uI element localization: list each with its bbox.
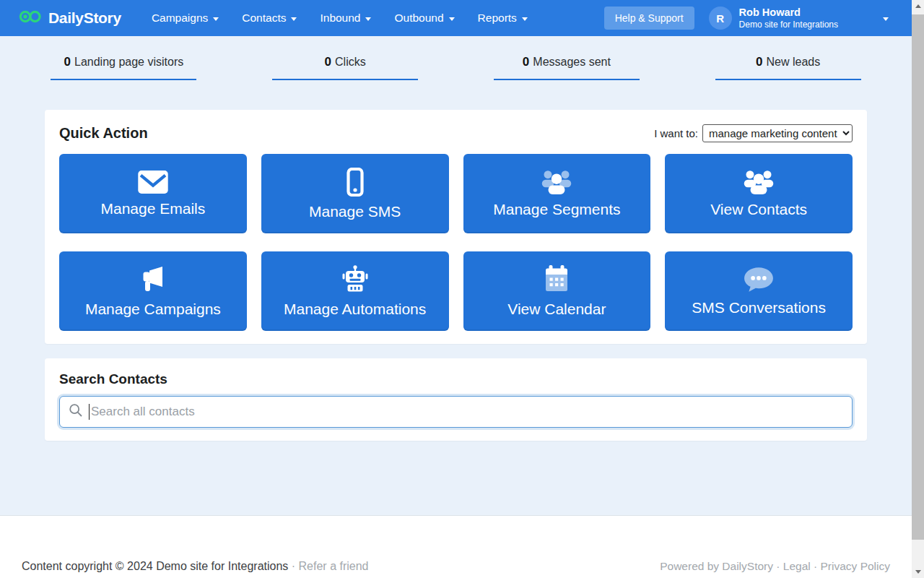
tile-manage-segments[interactable]: Manage Segments [463,154,651,233]
envelope-icon [138,171,168,194]
caret-down-icon [291,17,297,21]
stat-label: Landing page visitors [74,56,183,68]
stat-landing-page-visitors: 0Landing page visitors [13,55,235,100]
stat-underline [272,79,418,80]
footer-links: Powered by DailyStory · Legal · Privacy … [660,560,890,573]
app-window: DailyStory Campaigns Contacts Inbound Ou… [0,0,912,578]
caret-down-icon [213,17,219,21]
search-field-wrapper[interactable] [59,396,853,428]
tile-view-calendar[interactable]: View Calendar [463,251,651,331]
mobile-icon [346,168,364,197]
menu-contacts[interactable]: Contacts [230,0,308,36]
chat-bubble-icon [744,267,774,293]
scrollbar-thumb[interactable] [912,14,924,540]
i-want-to-select[interactable]: manage marketing content [702,124,853,142]
megaphone-icon [139,265,167,294]
scrollbar-up-icon[interactable] [912,0,924,12]
caret-down-icon [449,17,455,21]
stat-value: 0 [523,55,529,69]
stat-label: Messages sent [533,56,611,68]
scrollbar-down-icon[interactable] [912,566,924,578]
brand-name: DailyStory [48,9,121,27]
user-subtitle: Demo site for Integrations [739,20,838,30]
stat-value: 0 [756,55,762,69]
user-avatar[interactable]: R [709,7,732,30]
tile-manage-campaigns[interactable]: Manage Campaigns [59,251,247,331]
tile-manage-sms[interactable]: Manage SMS [261,154,449,233]
search-contacts-card: Search Contacts [45,358,867,441]
search-icon [69,403,83,420]
stat-underline [715,79,861,80]
vertical-scrollbar[interactable] [912,0,924,578]
menu-campaigns[interactable]: Campaigns [140,0,230,36]
tile-manage-emails[interactable]: Manage Emails [59,154,247,233]
privacy-policy-link[interactable]: Privacy Policy [821,560,890,572]
stat-underline [494,79,640,80]
refer-a-friend-link[interactable]: Refer a friend [299,560,369,572]
user-name: Rob Howard [739,6,838,19]
search-contacts-title: Search Contacts [59,371,853,387]
tile-view-contacts[interactable]: View Contacts [665,154,853,233]
quick-action-title: Quick Action [59,125,148,142]
stat-label: New leads [767,56,821,68]
page-footer: Content copyright © 2024 Demo site for I… [0,515,912,578]
stat-messages-sent: 0Messages sent [456,55,678,100]
users-icon [743,169,775,194]
help-support-button[interactable]: Help & Support [604,7,694,30]
stats-row: 0Landing page visitors 0Clicks 0Messages… [0,36,912,100]
robot-icon [341,265,370,294]
stat-clicks: 0Clicks [235,55,456,100]
tile-sms-conversations[interactable]: SMS Conversations [665,251,853,331]
calendar-icon [542,265,571,294]
main-menu: Campaigns Contacts Inbound Outbound Repo… [140,0,539,36]
tile-manage-automations[interactable]: Manage Automations [261,251,449,331]
brand-logo[interactable]: DailyStory [19,9,121,27]
stat-new-leads: 0New leads [677,55,899,100]
quick-action-grid: Manage Emails Manage SMS [59,154,853,331]
stat-underline [51,79,196,80]
powered-by-link[interactable]: Powered by DailyStory [660,560,773,572]
caret-down-icon [365,17,371,21]
stat-label: Clicks [335,56,366,68]
top-navbar: DailyStory Campaigns Contacts Inbound Ou… [0,0,912,36]
user-menu[interactable]: Rob Howard Demo site for Integrations [739,6,838,30]
menu-inbound[interactable]: Inbound [308,0,383,36]
navbar-right: Help & Support R Rob Howard Demo site fo… [604,6,897,30]
text-cursor [89,404,90,420]
search-input[interactable] [91,405,843,419]
quick-action-card: Quick Action I want to: manage marketing… [45,110,867,344]
infinity-logo-icon [19,9,43,27]
caret-down-icon [522,17,528,21]
main-content: 0Landing page visitors 0Clicks 0Messages… [0,36,912,515]
menu-outbound[interactable]: Outbound [383,0,466,36]
users-group-icon [541,169,572,194]
footer-copyright: Content copyright © 2024 Demo site for I… [22,560,369,573]
i-want-to-label: I want to: [654,127,698,139]
menu-reports[interactable]: Reports [466,0,539,36]
stat-value: 0 [325,55,331,69]
user-caret-down-icon[interactable] [883,17,889,21]
legal-link[interactable]: Legal [783,560,811,572]
stat-value: 0 [64,55,71,69]
